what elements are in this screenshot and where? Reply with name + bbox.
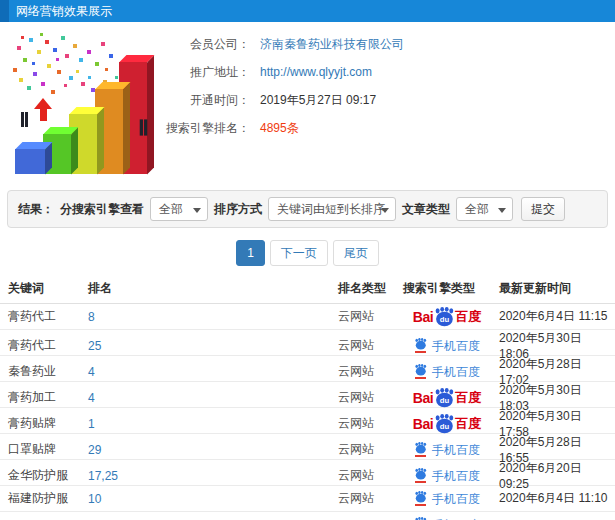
article-type-select[interactable]: 全部 (456, 197, 513, 221)
window-titlebar: 网络营销效果展示 (0, 0, 615, 22)
rank-cell: 4 (88, 391, 338, 405)
baidu-pc-logo: Bai du 百度 (413, 307, 481, 327)
keyword-cell: 口罩贴牌 (8, 441, 88, 458)
table-row: 秦鲁药业 4 云网站 Bai du 百度 手机百度 2020年5月28日 17:… (0, 356, 615, 382)
updated-time-cell: 2020年6月4日 11:15 (491, 308, 615, 325)
rank-link[interactable]: 4 (88, 365, 95, 379)
growth-arrow-icon (34, 98, 52, 121)
open-time-field: 开通时间： 2019年5月27日 09:17 (160, 86, 490, 114)
red-underline (415, 351, 426, 353)
rank-type-cell: 云网站 (338, 389, 403, 406)
rank-cell: 10 (88, 492, 338, 506)
open-time-label: 开通时间： (160, 92, 250, 109)
last-page-button[interactable]: 尾页 (333, 240, 379, 266)
svg-text:du: du (440, 314, 450, 323)
rank-type-cell: 云网站 (338, 308, 403, 325)
rank-link[interactable]: 8 (88, 310, 95, 324)
keyword-cell: 膏药贴牌 (8, 415, 88, 432)
keyword-cell: 秦鲁药业 (8, 363, 88, 380)
account-summary-section: 会员公司： 济南秦鲁药业科技有限公司 推广地址： http://www.qlyy… (0, 22, 615, 190)
page-1-button[interactable]: 1 (236, 240, 265, 266)
chart-bar-blue (15, 149, 45, 174)
rank-type-cell: 云网站 (338, 490, 403, 507)
col-header-updated: 最新更新时间 (491, 280, 615, 297)
promo-url-link[interactable]: http://www.qlyyjt.com (260, 65, 372, 79)
page-title: 网络营销效果展示 (0, 3, 112, 20)
member-company-label: 会员公司： (160, 36, 250, 53)
search-engine-cell: Bai du 百度 手机百度 (403, 364, 491, 379)
rank-cell: 4 (88, 365, 338, 379)
baidu-pc-logo: Bai du 百度 (413, 414, 481, 434)
baidu-paw-icon: du (433, 388, 455, 408)
account-info-list: 会员公司： 济南秦鲁药业科技有限公司 推广地址： http://www.qlyy… (160, 30, 490, 142)
result-filter-bar: 结果： 分搜索引擎查看 全部 排序方式 关键词由短到长排序 文章类型 全部 提交 (7, 190, 608, 228)
sort-filter-label: 排序方式 (214, 201, 262, 218)
rank-cell: 17,25 (88, 469, 338, 483)
red-underline (415, 481, 426, 483)
search-engine-cell: Bai du 百度 手机百度 (403, 468, 491, 483)
engine-filter-select[interactable]: 全部 (150, 197, 208, 221)
rank-cell: 1 (88, 417, 338, 431)
baidu-mobile-logo: 手机百度 (414, 442, 480, 457)
baidu-paw-icon (414, 338, 427, 350)
article-type-label: 文章类型 (402, 201, 450, 218)
updated-time-cell: 2020年6月20日 09:25 (491, 460, 615, 491)
baidu-paw-icon: du (433, 414, 455, 434)
member-company-link[interactable]: 济南秦鲁药业科技有限公司 (260, 36, 404, 53)
next-page-button[interactable]: 下一页 (270, 240, 328, 266)
result-label: 结果： (18, 201, 54, 218)
baidu-pc-logo: Bai du 百度 (413, 388, 481, 408)
rank-link[interactable]: 10 (88, 492, 101, 506)
baidu-paw-icon: du (433, 307, 455, 327)
search-engine-cell: Bai du 百度 手机百度 (403, 442, 491, 457)
table-row-partial: Bai 百度 手机百度 (0, 512, 615, 520)
engine-filter-value: 全部 (159, 201, 183, 218)
businessman-figure-right (136, 119, 150, 135)
keyword-rank-table: 关键词 排名 排名类型 搜索引擎类型 最新更新时间 膏药代工 8 云网站 Bai… (0, 274, 615, 520)
engine-rank-count-field: 搜索引擎排名： 4895条 (160, 114, 490, 142)
promo-url-field: 推广地址： http://www.qlyyjt.com (160, 58, 490, 86)
engine-rank-count-label: 搜索引擎排名： (160, 120, 250, 137)
baidu-mobile-logo: 手机百度 (414, 338, 480, 353)
submit-button[interactable]: 提交 (521, 197, 565, 221)
baidu-mobile-logo: 手机百度 (414, 364, 480, 379)
rank-link[interactable]: 1 (88, 417, 95, 431)
table-row: 金华防护服 17,25 云网站 Bai du 百度 手机百度 2020年6月20… (0, 460, 615, 486)
col-header-rank: 排名 (88, 280, 338, 297)
rank-type-cell: 云网站 (338, 363, 403, 380)
rank-type-cell: 云网站 (338, 441, 403, 458)
rank-type-cell: 云网站 (338, 415, 403, 432)
chevron-down-icon (381, 208, 389, 213)
chevron-down-icon (193, 208, 201, 213)
table-row: 膏药代工 8 云网站 Bai du 百度 手机百度 2020年6月4日 11:1… (0, 304, 615, 330)
engine-filter-label: 分搜索引擎查看 (60, 201, 144, 218)
promo-url-label: 推广地址： (160, 64, 250, 81)
rank-link[interactable]: 25 (88, 339, 101, 353)
rank-cell: 29 (88, 443, 338, 457)
engine-rank-count-value: 4895条 (260, 120, 299, 137)
confetti-decoration (7, 28, 10, 31)
rank-link[interactable]: 17,25 (88, 469, 118, 483)
search-engine-cell: Bai du 百度 手机百度 (403, 388, 491, 408)
table-row: 福建防护服 10 云网站 Bai du 百度 手机百度 2020年6月4日 11… (0, 486, 615, 512)
baidu-paw-icon (414, 468, 427, 480)
open-time-value: 2019年5月27日 09:17 (260, 92, 376, 109)
baidu-mobile-logo: 手机百度 (414, 468, 480, 483)
baidu-paw-icon (414, 491, 427, 503)
rank-link[interactable]: 4 (88, 391, 95, 405)
rank-type-cell: 云网站 (338, 337, 403, 354)
search-engine-cell: Bai du 百度 手机百度 (403, 491, 491, 506)
red-underline (415, 377, 426, 379)
keyword-cell: 膏药加工 (8, 389, 88, 406)
rank-link[interactable]: 29 (88, 443, 101, 457)
sort-filter-value: 关键词由短到长排序 (277, 201, 385, 218)
keyword-cell: 膏药代工 (8, 308, 88, 325)
search-engine-cell: Bai du 百度 手机百度 (403, 414, 491, 434)
bar-chart-illustration (5, 24, 170, 182)
keyword-cell: 膏药代工 (8, 337, 88, 354)
rank-type-cell: 云网站 (338, 467, 403, 484)
sort-filter-select[interactable]: 关键词由短到长排序 (268, 197, 396, 221)
search-engine-cell: Bai du 百度 手机百度 (403, 338, 491, 353)
col-header-rank-type: 排名类型 (338, 280, 403, 297)
baidu-mobile-logo: 手机百度 (414, 491, 480, 506)
